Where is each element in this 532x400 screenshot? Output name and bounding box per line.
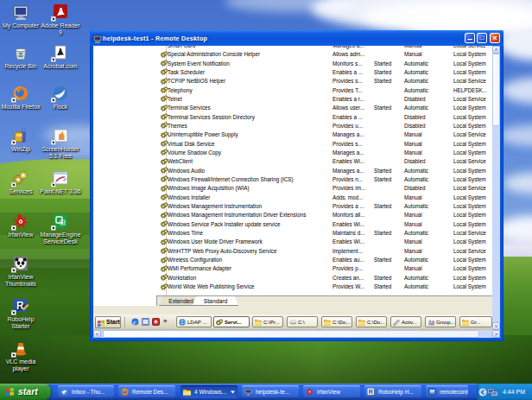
- svg-text:e: e: [133, 319, 136, 327]
- svg-text:R: R: [369, 389, 373, 395]
